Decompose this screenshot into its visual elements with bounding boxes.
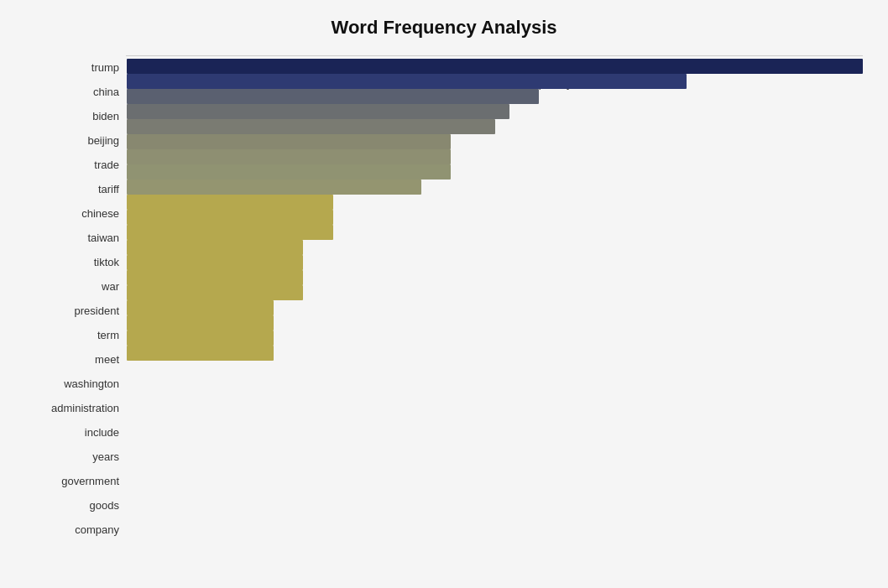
chart-title: Word Frequency Analysis	[25, 17, 863, 39]
y-label: tiktok	[25, 252, 119, 273]
bar	[127, 180, 421, 195]
bar-row	[127, 180, 863, 195]
bar-row	[127, 119, 863, 134]
bar	[127, 330, 274, 346]
bar-row	[127, 149, 863, 164]
bar-row	[127, 315, 863, 330]
y-label: tariff	[25, 179, 119, 200]
bar	[127, 149, 451, 164]
bar	[127, 240, 303, 255]
bar-row	[127, 89, 863, 104]
bar	[127, 285, 303, 300]
bar	[127, 315, 274, 330]
y-label: include	[25, 422, 119, 444]
bar	[127, 59, 863, 74]
bar	[127, 134, 451, 149]
bar-row	[127, 255, 863, 270]
y-label: trade	[25, 154, 119, 176]
bar-row	[127, 195, 863, 210]
bars-section	[126, 55, 863, 56]
bar-row	[127, 59, 863, 74]
y-label: beijing	[25, 130, 119, 152]
chart-container: Word Frequency Analysis trumpchinabidenb…	[0, 0, 888, 588]
bar	[127, 270, 303, 285]
bar-row	[127, 330, 863, 346]
y-label: chinese	[25, 203, 119, 225]
bar	[127, 119, 495, 134]
y-label: goods	[25, 495, 119, 517]
bar-row	[127, 104, 863, 119]
bar	[127, 89, 539, 104]
y-label: term	[25, 325, 119, 346]
bar-row	[127, 300, 863, 315]
bar	[127, 255, 303, 270]
y-label: meet	[25, 349, 119, 371]
y-label: administration	[25, 398, 119, 419]
bar-row	[127, 134, 863, 149]
y-label: taiwan	[25, 227, 119, 249]
y-label: company	[25, 519, 119, 541]
y-label: biden	[25, 106, 119, 127]
y-label: washington	[25, 373, 119, 395]
bar	[127, 225, 333, 240]
bar-row	[127, 164, 863, 180]
y-axis-labels: trumpchinabidenbeijingtradetariffchinese…	[25, 55, 126, 542]
bar-row	[127, 74, 863, 89]
bar	[127, 74, 687, 89]
bar-row	[127, 225, 863, 240]
chart-area: trumpchinabidenbeijingtradetariffchinese…	[25, 55, 863, 542]
bar	[127, 300, 274, 315]
bar-row	[127, 285, 863, 300]
bar-row	[127, 346, 863, 361]
bar-row	[127, 210, 863, 225]
bar	[127, 210, 333, 225]
y-label: government	[25, 471, 119, 492]
bars-wrapper	[127, 55, 863, 62]
bar	[127, 164, 451, 180]
bar	[127, 346, 274, 361]
bar	[127, 195, 333, 210]
bar-row	[127, 270, 863, 285]
bar-row	[127, 240, 863, 255]
y-label: president	[25, 300, 119, 322]
y-label: war	[25, 276, 119, 298]
y-label: years	[25, 446, 119, 468]
y-label: china	[25, 81, 119, 103]
y-label: trump	[25, 57, 119, 79]
bar	[127, 104, 509, 119]
